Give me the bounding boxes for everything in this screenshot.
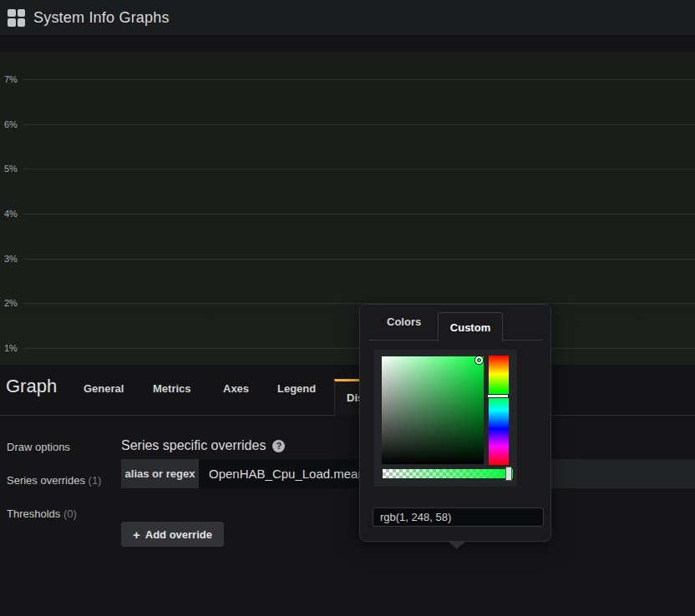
graph-panel-plot: 7% 6% 5% 4% 3% 2% 1%: [0, 52, 695, 365]
sidebar-item-count: (0): [63, 507, 77, 520]
gridline: [23, 303, 695, 304]
series-overrides-heading-text: Series specific overrides: [121, 438, 266, 453]
y-axis-tick: 3%: [4, 254, 18, 264]
y-axis-tick: 1%: [4, 343, 18, 353]
hue-slider[interactable]: [489, 356, 509, 465]
panel-editor-tabbar: Graph General Metrics Axes Legend Displa…: [0, 365, 695, 416]
hue-slider-handle[interactable]: [487, 394, 509, 398]
add-override-button[interactable]: + Add override: [121, 522, 224, 547]
sidebar-item-thresholds[interactable]: Thresholds (0): [7, 507, 77, 520]
dashboard-title[interactable]: System Info Graphs: [33, 9, 170, 27]
tab-axes[interactable]: Axes: [223, 382, 249, 395]
top-navbar: System Info Graphs: [0, 0, 695, 36]
alpha-slider[interactable]: [383, 469, 513, 478]
add-override-label: Add override: [145, 528, 212, 541]
panel-type-label: Graph: [6, 376, 57, 397]
grid-icon-square: [18, 18, 26, 27]
gridline: [23, 214, 695, 215]
y-axis-tick: 5%: [4, 164, 18, 174]
sidebar-item-series-overrides[interactable]: Series overrides (1): [7, 474, 101, 487]
color-picker-tab-colors[interactable]: Colors: [387, 316, 421, 328]
color-picker-tab-custom[interactable]: Custom: [438, 312, 503, 341]
tab-metrics[interactable]: Metrics: [153, 382, 191, 395]
saturation-value-square[interactable]: [382, 356, 484, 464]
popup-caret: [448, 541, 466, 549]
y-axis-tick: 4%: [4, 209, 18, 219]
gridline: [23, 124, 695, 125]
rgb-value-input[interactable]: [373, 507, 544, 527]
sidebar-item-label: Draw options: [7, 441, 70, 453]
tab-legend[interactable]: Legend: [277, 382, 316, 395]
gridline: [23, 169, 695, 169]
sidebar-item-label: Thresholds: [7, 507, 60, 520]
sidebar-item-draw-options[interactable]: Draw options: [7, 441, 70, 453]
custom-color-picker: [374, 350, 517, 487]
color-picker-popup: Colors Custom: [359, 304, 551, 542]
tab-general[interactable]: General: [84, 382, 124, 395]
dashboard-grid-icon[interactable]: [8, 9, 25, 27]
plus-icon: +: [133, 528, 140, 542]
grid-icon-square: [8, 9, 16, 18]
gridline: [23, 259, 695, 260]
color-picker-tabs: Colors Custom: [360, 305, 550, 341]
y-axis-tick: 7%: [4, 74, 18, 84]
series-overrides-heading: Series specific overrides ?: [121, 438, 285, 453]
gridline: [23, 79, 695, 80]
color-selector-cursor[interactable]: [475, 356, 483, 364]
alias-or-regex-label: alias or regex: [121, 459, 199, 488]
alpha-slider-handle[interactable]: [505, 467, 512, 481]
sidebar-item-count: (1): [89, 474, 102, 487]
sidebar-item-label: Series overrides: [7, 474, 85, 487]
y-axis-tick: 2%: [4, 298, 18, 308]
help-icon[interactable]: ?: [272, 440, 285, 452]
y-axis-tick: 6%: [4, 119, 18, 129]
display-options-section: Draw options Series overrides (1) Thresh…: [0, 416, 695, 616]
grid-icon-square: [8, 18, 16, 27]
grid-icon-square: [18, 9, 26, 18]
